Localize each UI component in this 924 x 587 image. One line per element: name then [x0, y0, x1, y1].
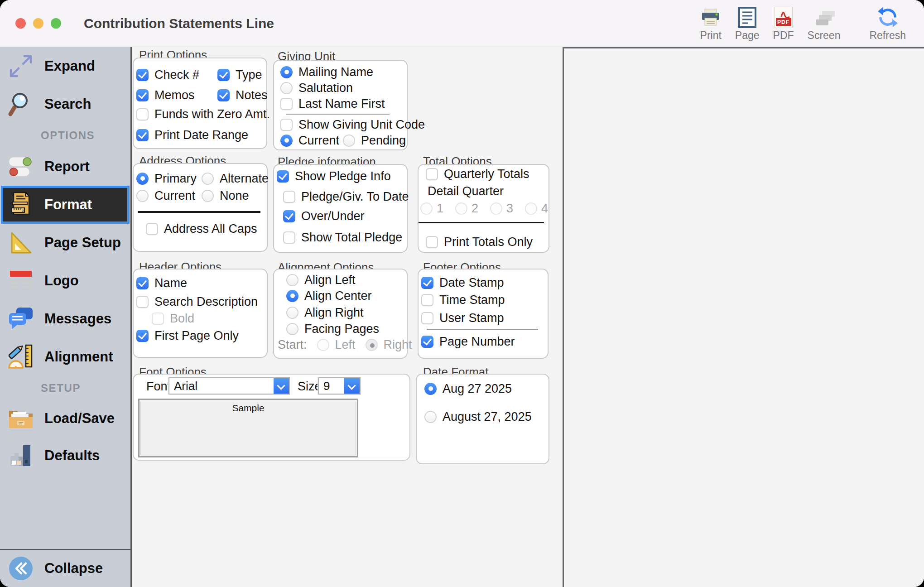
- radio-quarter-1[interactable]: [420, 202, 433, 215]
- pdf-button[interactable]: PDF PDF: [773, 5, 794, 42]
- checkbox[interactable]: [136, 89, 149, 101]
- close-window-button[interactable]: [15, 18, 26, 29]
- sidebar-item-collapse[interactable]: Collapse: [0, 549, 130, 587]
- checkbox-date-stamp[interactable]: Date Stamp: [421, 275, 504, 290]
- sidebar-item-page-setup[interactable]: Page Setup: [0, 224, 130, 262]
- radio-button[interactable]: [280, 135, 293, 147]
- radio-date-long[interactable]: August 27, 2025: [424, 409, 532, 424]
- sidebar-item-messages[interactable]: Messages: [0, 300, 130, 338]
- font-select[interactable]: Arial: [168, 377, 290, 395]
- screen-button[interactable]: Screen: [808, 5, 841, 42]
- radio-alternate[interactable]: Alternate: [202, 171, 269, 186]
- radio-button[interactable]: [286, 290, 298, 302]
- checkbox-first-page-only[interactable]: First Page Only: [136, 328, 239, 343]
- zoom-window-button[interactable]: [51, 18, 61, 29]
- checkbox[interactable]: [136, 129, 149, 141]
- checkbox-notes[interactable]: Notes: [217, 87, 268, 103]
- radio-none[interactable]: None: [202, 188, 249, 203]
- radio-align-left[interactable]: Align Left: [286, 272, 356, 288]
- checkbox-print-totals-only[interactable]: Print Totals Only: [426, 234, 533, 250]
- sidebar-item-report[interactable]: Report: [0, 148, 130, 186]
- radio-button[interactable]: [286, 323, 298, 335]
- checkbox-over-under[interactable]: Over/Under: [283, 208, 365, 224]
- radio-button[interactable]: [136, 190, 149, 202]
- checkbox-address-all-caps[interactable]: Address All Caps: [146, 221, 257, 236]
- checkbox-type[interactable]: Type: [217, 67, 262, 82]
- radio-button[interactable]: [286, 274, 298, 286]
- checkbox[interactable]: [136, 277, 149, 289]
- radio-button[interactable]: [286, 307, 298, 319]
- checkbox[interactable]: [217, 69, 230, 81]
- checkbox-page-number[interactable]: Page Number: [421, 334, 515, 349]
- sidebar-item-load-save[interactable]: Load/Save: [0, 400, 130, 437]
- refresh-button[interactable]: Refresh: [869, 5, 906, 42]
- checkbox-memos[interactable]: Memos: [136, 87, 195, 103]
- sidebar-item-defaults[interactable]: Defaults: [0, 437, 130, 475]
- radio-primary[interactable]: Primary: [136, 171, 197, 186]
- radio-button[interactable]: [424, 383, 437, 395]
- radio-button[interactable]: [202, 173, 214, 185]
- radio-button[interactable]: [280, 82, 293, 94]
- checkbox[interactable]: [280, 119, 293, 131]
- radio-salutation[interactable]: Salutation: [280, 80, 353, 96]
- checkbox[interactable]: [136, 330, 149, 342]
- print-button[interactable]: Print: [700, 5, 722, 42]
- chevron-down-icon[interactable]: [274, 378, 289, 394]
- checkbox[interactable]: [136, 108, 149, 120]
- checkbox[interactable]: [277, 170, 289, 183]
- checkbox-print-date-range[interactable]: Print Date Range: [136, 127, 248, 143]
- sidebar-item-logo[interactable]: Logo: [0, 262, 130, 300]
- radio-current[interactable]: Current: [280, 133, 339, 148]
- size-select[interactable]: 9: [318, 377, 361, 395]
- sidebar-item-format[interactable]: Format: [1, 186, 130, 224]
- radio-quarter-4[interactable]: [525, 202, 537, 215]
- radio-align-center[interactable]: Align Center: [286, 288, 372, 303]
- checkbox-show-pledge-info[interactable]: Show Pledge Info: [277, 168, 391, 184]
- checkbox-name[interactable]: Name: [136, 275, 187, 291]
- checkbox-user-stamp[interactable]: User Stamp: [421, 310, 504, 326]
- radio-quarter-2[interactable]: [455, 202, 467, 215]
- page-button[interactable]: Page: [735, 5, 760, 42]
- checkbox[interactable]: [421, 277, 433, 289]
- checkbox[interactable]: [421, 336, 433, 348]
- radio-button[interactable]: [202, 190, 214, 202]
- radio-button[interactable]: [280, 66, 293, 78]
- checkbox-show-total-pledge[interactable]: Show Total Pledge: [283, 230, 402, 245]
- checkbox[interactable]: [283, 191, 295, 203]
- checkbox[interactable]: [217, 89, 230, 101]
- radio-mailing-name[interactable]: Mailing Name: [280, 64, 373, 80]
- checkbox[interactable]: [152, 313, 164, 325]
- checkbox[interactable]: [426, 168, 438, 180]
- radio-start-right[interactable]: [366, 339, 378, 351]
- sidebar-item-alignment[interactable]: Alignment: [0, 338, 130, 376]
- radio-address-current[interactable]: Current: [136, 188, 195, 203]
- checkbox-quarterly-totals[interactable]: Quarterly Totals: [426, 166, 529, 182]
- checkbox[interactable]: [136, 69, 149, 81]
- radio-pending[interactable]: Pending: [343, 133, 406, 148]
- checkbox-pledge-giv-to-date[interactable]: Pledge/Giv. To Date: [283, 189, 409, 204]
- checkbox-search-description[interactable]: Search Description: [136, 294, 258, 309]
- radio-quarter-3[interactable]: [490, 202, 502, 215]
- checkbox[interactable]: [426, 236, 438, 248]
- radio-facing-pages[interactable]: Facing Pages: [286, 321, 379, 337]
- sidebar-item-search[interactable]: Search: [0, 85, 130, 123]
- minimize-window-button[interactable]: [33, 18, 43, 29]
- radio-button[interactable]: [424, 411, 437, 423]
- sidebar-item-expand[interactable]: Expand: [0, 47, 130, 85]
- checkbox-show-giving-unit-code[interactable]: Show Giving Unit Code: [280, 117, 425, 132]
- checkbox-bold[interactable]: Bold: [152, 311, 194, 326]
- radio-align-right[interactable]: Align Right: [286, 305, 364, 320]
- radio-button[interactable]: [343, 135, 355, 147]
- radio-start-left[interactable]: [317, 339, 329, 351]
- checkbox[interactable]: [146, 223, 158, 235]
- checkbox-last-name-first[interactable]: Last Name First: [280, 96, 385, 111]
- radio-date-short[interactable]: Aug 27 2025: [424, 381, 512, 396]
- checkbox-check-number[interactable]: Check #: [136, 67, 199, 82]
- checkbox[interactable]: [283, 210, 295, 222]
- checkbox[interactable]: [136, 296, 149, 308]
- checkbox-funds-with-zero-amt[interactable]: Funds with Zero Amt.: [136, 106, 270, 122]
- radio-button[interactable]: [136, 173, 149, 185]
- checkbox-time-stamp[interactable]: Time Stamp: [421, 292, 505, 308]
- chevron-down-icon[interactable]: [344, 378, 360, 394]
- checkbox[interactable]: [283, 231, 295, 244]
